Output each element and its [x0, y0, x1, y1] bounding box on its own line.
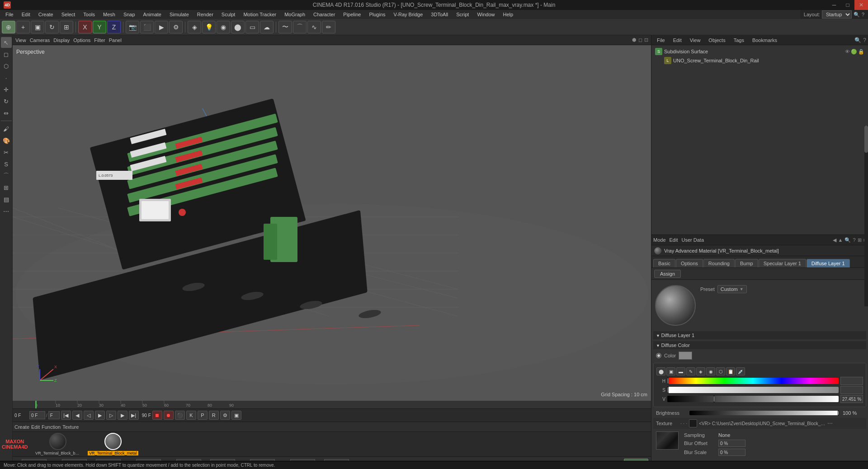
timeline-settings[interactable]: ⚙: [220, 411, 230, 420]
mat-toolbar-edit[interactable]: Edit: [31, 424, 40, 430]
mat-ed-search[interactable]: 🔍: [844, 237, 851, 243]
right-help-icon[interactable]: ?: [863, 37, 866, 43]
mat-toolbar-texture[interactable]: Texture: [62, 424, 79, 430]
color-swatch[interactable]: [679, 352, 692, 360]
hue-value-input[interactable]: 0°: [840, 377, 863, 385]
assign-button[interactable]: Assign: [654, 270, 681, 278]
menu-script[interactable]: Script: [453, 11, 472, 18]
timeline-next-key[interactable]: ▶: [118, 411, 127, 420]
toolbar-scale[interactable]: ⊞: [60, 21, 73, 33]
section-diffuse-layer[interactable]: Diffuse Layer 1: [653, 331, 866, 339]
tool-select[interactable]: ↖: [1, 37, 12, 48]
mat-ed-userdata[interactable]: User Data: [682, 237, 704, 243]
radio-color[interactable]: [656, 353, 661, 358]
viewport-menu-cameras[interactable]: Cameras: [30, 38, 50, 43]
mat-toolbar-function[interactable]: Function: [42, 424, 61, 430]
toolbar-render-region[interactable]: ⬛: [140, 21, 154, 33]
menu-vray[interactable]: V-Ray Bridge: [390, 11, 427, 18]
menu-edit[interactable]: Edit: [18, 11, 34, 18]
layout-dropdown[interactable]: Startup: [822, 10, 852, 19]
sat-value-input[interactable]: 0%: [840, 386, 863, 394]
texture-more-icon[interactable]: ⋯: [827, 420, 833, 427]
toolbar-light[interactable]: 💡: [202, 21, 216, 33]
menu-3dtoall[interactable]: 3DToAll: [427, 11, 452, 18]
obj-lock-icon[interactable]: 🔒: [858, 49, 864, 55]
right-nav-objects[interactable]: Objects: [705, 37, 729, 44]
right-scrollbar[interactable]: [864, 126, 868, 306]
mat-ed-icon2[interactable]: ▲: [838, 237, 843, 243]
timeline-goto-start[interactable]: |◀: [61, 411, 71, 420]
viewport-menu-panel[interactable]: Panel: [109, 38, 122, 43]
timeline-prev-key[interactable]: ◀: [72, 411, 82, 420]
toolbar-y-axis[interactable]: Y: [93, 21, 106, 33]
toolbar-pen[interactable]: ✏: [322, 21, 335, 33]
menu-pipeline[interactable]: Pipeline: [340, 11, 364, 18]
val-slider-bar[interactable]: [667, 396, 839, 402]
toolbar-curve1[interactable]: 〜: [278, 21, 292, 33]
mat-ed-icon1[interactable]: ◀: [833, 237, 836, 243]
obj-traffic-icon[interactable]: 🟢: [851, 49, 857, 55]
blur-scale-input[interactable]: [718, 449, 745, 456]
val-value-input[interactable]: [840, 395, 863, 403]
mat-toolbar-create[interactable]: Create: [14, 424, 29, 430]
timeline-goto-end[interactable]: ▶|: [129, 411, 139, 420]
menu-snap[interactable]: Snap: [120, 11, 139, 18]
timeline-end[interactable]: ▣: [231, 411, 241, 420]
tool-point[interactable]: ·: [1, 72, 12, 83]
tool-poly[interactable]: ◻: [1, 49, 12, 60]
right-nav-edit[interactable]: Edit: [670, 37, 685, 44]
right-nav-view[interactable]: View: [686, 37, 704, 44]
menu-motion-tracker[interactable]: Motion Tracker: [240, 11, 280, 18]
menu-file[interactable]: File: [2, 11, 17, 18]
right-nav-bookmarks[interactable]: Bookmarks: [749, 37, 781, 44]
toolbar-select[interactable]: ⊕: [2, 21, 15, 33]
hue-slider-bar[interactable]: [667, 378, 839, 384]
cp-btn-eyedrop[interactable]: 💉: [736, 367, 745, 375]
menu-mograph[interactable]: MoGraph: [281, 11, 309, 18]
timeline-record-stop[interactable]: ⏹: [152, 411, 162, 420]
material-item-body[interactable]: VR_Terminal_Block_body: [35, 433, 80, 455]
viewport-menu-view[interactable]: View: [15, 38, 26, 43]
cp-btn-spectrum[interactable]: ◈: [696, 367, 705, 375]
cp-btn-circle[interactable]: ⬤: [656, 367, 665, 375]
tool-edge[interactable]: ⬡: [1, 61, 12, 71]
cp-btn-gradient[interactable]: ▬: [676, 367, 685, 375]
toolbar-x-axis[interactable]: X: [78, 21, 92, 33]
timeline-key-rot[interactable]: R: [209, 411, 219, 420]
viewport-3d[interactable]: L.0.0573 Perspective Grid Spacing : 10 c…: [13, 45, 651, 401]
timeline-next-frame[interactable]: ▷: [106, 411, 116, 420]
toolbar-curve2[interactable]: ⌒: [293, 21, 307, 33]
scrollbar-thumb[interactable]: [864, 126, 868, 153]
menu-render[interactable]: Render: [193, 11, 217, 18]
object-uno-block[interactable]: L UNO_Screw_Terminal_Block_Din_Rail: [653, 56, 866, 65]
maximize-button[interactable]: □: [841, 0, 854, 10]
toolbar-render[interactable]: ▶: [155, 21, 168, 33]
right-search-icon[interactable]: 🔍: [854, 37, 861, 43]
mat-tab-bump[interactable]: Bump: [735, 259, 758, 267]
cp-btn-square[interactable]: ▣: [666, 367, 675, 375]
tool-scale[interactable]: ⇔: [1, 108, 12, 118]
mat-ed-help[interactable]: ?: [853, 237, 855, 243]
mat-ed-edit[interactable]: Edit: [670, 237, 678, 243]
viewport-icon-2[interactable]: ◻: [638, 37, 642, 43]
viewport-menu-filter[interactable]: Filter: [94, 38, 105, 43]
close-button[interactable]: ✕: [854, 0, 868, 10]
tool-magnet[interactable]: S: [1, 159, 12, 169]
tool-grid[interactable]: ⊞: [1, 182, 12, 193]
mat-ed-expand[interactable]: ⊞: [858, 237, 862, 243]
tool-layer[interactable]: ▤: [1, 194, 12, 205]
menu-character[interactable]: Character: [310, 11, 339, 18]
menu-tools[interactable]: Tools: [80, 11, 99, 18]
menu-mesh[interactable]: Mesh: [99, 11, 119, 18]
frame-input[interactable]: [29, 411, 45, 419]
toolbar-floor[interactable]: ▭: [245, 21, 259, 33]
toolbar-add[interactable]: +: [16, 21, 30, 33]
mat-tab-specular[interactable]: Specular Layer 1: [759, 259, 806, 267]
cp-btn-picker[interactable]: ✎: [686, 367, 695, 375]
menu-sculpt[interactable]: Sculpt: [218, 11, 239, 18]
toolbar-rotate[interactable]: ↻: [45, 21, 59, 33]
minimize-button[interactable]: ─: [827, 0, 841, 10]
object-subdivision-surface[interactable]: S Subdivision Surface 👁 🟢 🔒: [653, 47, 866, 56]
cp-btn-copy[interactable]: 📋: [726, 367, 735, 375]
toolbar-camera2[interactable]: ◉: [217, 21, 230, 33]
